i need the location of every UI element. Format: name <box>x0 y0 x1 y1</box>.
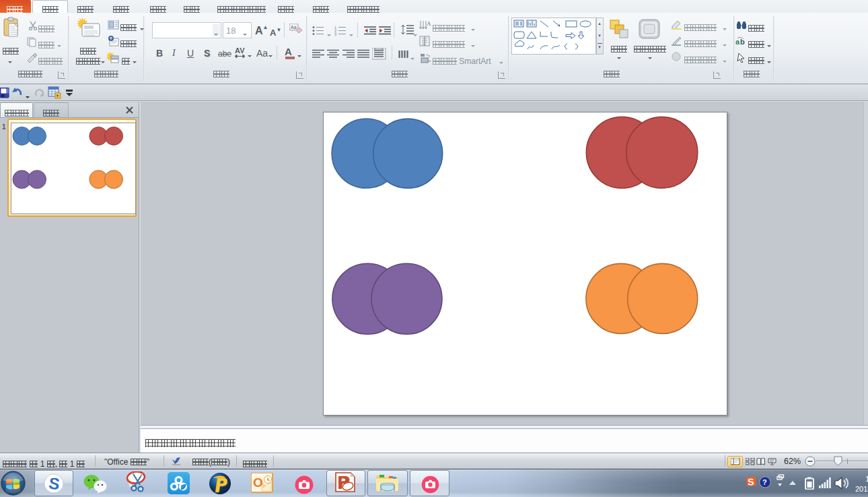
svg-text:3: 3 <box>334 32 336 36</box>
svg-text:b: b <box>740 38 745 46</box>
svg-text:O: O <box>253 475 263 490</box>
svg-text:?: ? <box>762 478 767 486</box>
svg-text:A: A <box>427 20 431 27</box>
svg-text:a: a <box>735 38 740 46</box>
svg-text:S: S <box>747 476 754 488</box>
svg-text:Aa: Aa <box>291 25 297 30</box>
